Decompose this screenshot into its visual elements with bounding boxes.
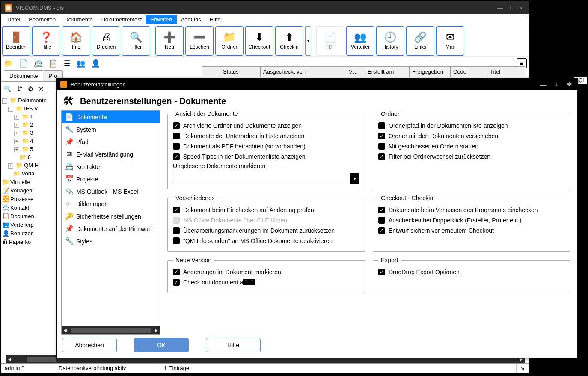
ok-button[interactable]: OK <box>134 338 189 352</box>
toolbar-dropdown[interactable]: ▾ <box>305 26 311 56</box>
close-button[interactable]: × <box>516 3 526 13</box>
settings-nav-system[interactable]: 🔧System <box>62 123 160 136</box>
col-status[interactable]: Status <box>220 67 261 77</box>
toolbar-filter-button[interactable]: 🔍Filter <box>122 26 150 56</box>
settings-nav-e-mail-verst-ndigung[interactable]: ✉E-Mail Verständigung <box>62 148 160 160</box>
settings-nav-sicherheitseinstellungen[interactable]: 🔑Sicherheitseinstellungen <box>62 210 160 222</box>
checkbox-option[interactable]: Änderungen im Dokument markieren <box>173 267 359 277</box>
checkbox-option[interactable]: Speed Tipps in der Dokumentenliste anzei… <box>173 151 359 162</box>
tree-search-icon[interactable]: 🔍 <box>4 85 12 93</box>
col-erstellt[interactable]: Erstellt am <box>365 67 410 77</box>
tree-item[interactable]: + 📁 QM H <box>2 161 55 169</box>
checkbox-option[interactable]: Dokument als PDF betrachten (so vorhande… <box>173 141 359 151</box>
tree-item[interactable]: + 📁 4 <box>2 137 55 145</box>
checkbox-option[interactable]: Ordner mit den Dokumenten verschieben <box>378 131 565 141</box>
checkbox-option[interactable]: Archivierte Ordner und Dokumente anzeige… <box>173 121 359 131</box>
toolbar-mail-button[interactable]: ✉Mail <box>436 26 464 56</box>
tree-item[interactable]: + 📁 2 <box>2 121 55 129</box>
doc-icon[interactable]: 📄 <box>19 59 28 68</box>
checkbox-option[interactable]: DragDrop Export Optionen <box>378 267 565 277</box>
col-checkedout[interactable]: Ausgecheckt von <box>261 67 346 77</box>
toolbar-neu-button[interactable]: ➕Neu <box>155 26 184 56</box>
tree-item[interactable]: 🔀Prozesse <box>2 195 55 203</box>
checkbox-option[interactable]: Dokumente beim Verlassen des Programms e… <box>378 205 565 215</box>
checkbox-option[interactable]: Auschecken bei Doppelklick (Ersteller, P… <box>378 215 565 225</box>
dialog-close-button[interactable]: ❖ <box>564 80 574 88</box>
tree-root[interactable]: − 📁 Dokumente <box>2 96 55 104</box>
nav-scrollbar[interactable]: ◄► <box>62 326 160 334</box>
tree-item[interactable]: 📋Documen <box>2 212 55 220</box>
dialog-max-button[interactable]: + <box>552 81 561 88</box>
toolbar-hilfe-button[interactable]: ❓Hilfe <box>32 26 60 56</box>
tab-dokumente[interactable]: Dokumente <box>4 70 43 81</box>
tree-item[interactable]: + 📁 5 <box>2 145 55 153</box>
tree-item[interactable]: 👤Benutzer <box>2 229 55 237</box>
toolbar-links-button[interactable]: 🔗Links <box>406 26 434 56</box>
settings-nav-ms-outlook-ms-excel[interactable]: 📎MS Outlook - MS Excel <box>62 185 160 198</box>
checkbox-option[interactable]: Dokumente der Unterordner in Liste anzei… <box>173 131 359 141</box>
toolbar-history-button[interactable]: 🕘History <box>376 26 404 56</box>
col-code[interactable]: Code <box>451 67 487 77</box>
cancel-button[interactable]: Abbrechen <box>62 338 117 352</box>
dialog-min-button[interactable]: — <box>539 81 548 88</box>
settings-nav-projekte[interactable]: 📅Projekte <box>62 173 160 185</box>
tree-item[interactable]: 📝Vorlagen <box>2 186 55 195</box>
checkbox-option[interactable]: "QM Info senden" an MS Office Dokumente … <box>173 236 359 246</box>
toolbar-löschen-button[interactable]: ➖Löschen <box>185 26 214 56</box>
col-freigegeben[interactable]: Freigegeben <box>410 67 451 77</box>
checkbox-option[interactable]: Entwurf sichern vor erneutem Checkout <box>378 225 565 236</box>
help-button[interactable]: Hilfe <box>206 338 261 352</box>
col-blank[interactable] <box>202 67 220 77</box>
settings-nav-styles[interactable]: 🔧Styles <box>62 235 160 247</box>
tree-gear-icon[interactable]: ⚙ <box>28 85 33 93</box>
checkbox-option[interactable]: Überarbeitungsmarkierungen im Dokument z… <box>173 225 359 236</box>
menu-addons[interactable]: AddOns <box>177 15 205 24</box>
toolbar-ordner-button[interactable]: 📁Ordner <box>215 26 244 56</box>
minimize-button[interactable]: — <box>495 3 505 13</box>
toolbar-info-button[interactable]: 🏠Info <box>62 26 90 56</box>
checkbox-option[interactable]: Filter bei Ordnerwechsel zurücksetzen <box>378 151 565 162</box>
status-resize-icon[interactable]: ↘ <box>517 364 529 373</box>
maximize-button[interactable]: + <box>505 3 516 13</box>
menu-datei[interactable]: Datei <box>3 15 24 24</box>
settings-nav-bilderimport[interactable]: ⇤Bilderimport <box>62 198 160 210</box>
tree-item[interactable]: 📇Kontakt <box>2 203 55 212</box>
checkbox-option[interactable]: Check out document a🅸🅸 <box>173 277 359 287</box>
tree-item[interactable]: 🗑Papierko <box>2 237 55 246</box>
contacts-icon[interactable]: 📇 <box>34 59 43 68</box>
checkbox-option[interactable]: Mit geschlossenen Ordern starten <box>378 141 565 151</box>
menu-hilfe[interactable]: Hilfe <box>205 15 225 24</box>
checkbox-option[interactable]: Dokument beim Einchecken auf Änderung pr… <box>173 205 359 215</box>
tree-expand-icon[interactable]: ⇵ <box>17 85 23 93</box>
toolbar-beenden-button[interactable]: 🚪Beenden <box>2 26 30 56</box>
clipboard-icon[interactable]: 📋 <box>49 59 58 68</box>
tree-item[interactable]: 📁 6 <box>2 153 55 161</box>
tree-item[interactable]: 📁 Vorla <box>2 169 55 178</box>
tree-item[interactable]: 👥Verteilerg <box>2 220 55 229</box>
tree-x-icon[interactable]: ✕ <box>39 85 44 93</box>
col-titel[interactable]: Titel <box>487 67 525 77</box>
toolbar-drucken-button[interactable]: 🖨Drucken <box>92 26 120 56</box>
tree-item[interactable]: + 📁 1 <box>2 113 55 121</box>
settings-nav-kontakte[interactable]: 📇Kontakte <box>62 160 160 173</box>
tree-item[interactable]: − 📁 IFS V <box>2 104 55 113</box>
users-icon[interactable]: 👥 <box>76 59 85 68</box>
menu-bearbeiten[interactable]: Bearbeiten <box>24 15 60 24</box>
menu-dokumententest[interactable]: Dokumententest <box>97 15 146 24</box>
user-icon[interactable]: 👤 <box>91 59 100 68</box>
tree-item[interactable]: 📁Virtuelle <box>2 178 55 186</box>
menu-dokumente[interactable]: Dokumente <box>60 15 97 24</box>
settings-nav-pfad[interactable]: 📌Pfad <box>62 136 160 148</box>
folder-icon[interactable]: 📁 <box>4 59 13 68</box>
settings-nav-dokumente-auf-der-pinnwan[interactable]: 📌Dokumente auf der Pinnwan <box>62 222 160 235</box>
col-v[interactable]: V… <box>346 67 365 77</box>
toolbar-checkout-button[interactable]: ⬇Checkout <box>245 26 273 56</box>
menu-erweitert[interactable]: Erweitert <box>146 15 176 24</box>
unread-combo[interactable]: ▼ <box>173 173 359 184</box>
tree-item[interactable]: + 📁 3 <box>2 129 55 137</box>
list-icon[interactable]: ☰ <box>64 59 70 68</box>
chevron-down-icon[interactable]: ▼ <box>350 173 359 184</box>
toolbar-checkin-button[interactable]: ⬆Checkin <box>275 26 303 56</box>
toolbar-verteiler-button[interactable]: 👥Verteiler <box>346 26 374 56</box>
unread-combo-input[interactable] <box>173 173 350 184</box>
